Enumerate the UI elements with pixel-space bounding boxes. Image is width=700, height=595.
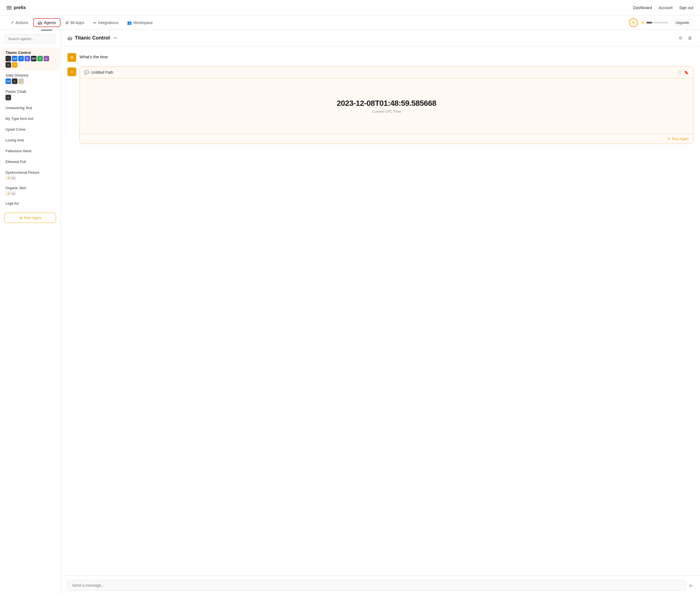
agent-item-ethereal-pull[interactable]: Ethereal Pull xyxy=(1,157,59,168)
robot-icon: 🤖 xyxy=(37,21,42,25)
new-agent-button[interactable]: ⊕ New Agent xyxy=(4,213,56,223)
bolt-icon: ⚡ xyxy=(641,21,645,25)
nav-right-group: ↻ ⚡ Upgrade xyxy=(629,18,693,27)
nav-item-apps[interactable]: ⊞ 98 Apps xyxy=(62,19,88,27)
nav-item-workspace[interactable]: 👥 Workspace xyxy=(123,19,157,27)
bolt-area: ⚡ xyxy=(641,21,669,25)
edit-agent-button[interactable]: ✏ xyxy=(113,34,118,42)
agent-item-organic-skirt[interactable]: Organic Skirt ⚡ +1 xyxy=(1,183,59,199)
run-again-label: Run Again xyxy=(672,137,689,141)
agent-title-robot-icon: 🤖 xyxy=(67,36,72,40)
purple-icon: ● xyxy=(44,56,49,61)
nav-label-agents: Agents xyxy=(44,21,56,25)
agent-item-fallacious-hand[interactable]: Fallacious Hand xyxy=(1,146,59,157)
path-title: Untitled Path xyxy=(91,70,113,75)
search-agents-input[interactable] xyxy=(4,34,56,44)
send-button[interactable]: ▶ xyxy=(690,582,693,588)
send-icon: ▶ xyxy=(690,583,693,588)
dark-icon: ≡ xyxy=(12,79,18,84)
timestamp-value: 2023-12-08T01:48:59.585668 xyxy=(337,99,437,108)
agent-icon-row: ≡ xyxy=(5,95,55,100)
new-agent-label: New Agent xyxy=(24,216,41,220)
user-message-row: SI What's the time xyxy=(67,53,693,62)
main-layout: Titanic Control 📞 Cal f D GH S ● ≡ ⚡ Sal… xyxy=(0,30,700,595)
user-avatar-circle[interactable]: ↻ xyxy=(629,18,638,27)
top-nav: prefix Dashboard Account Sign out xyxy=(0,0,700,16)
settings-button[interactable]: ⚙ xyxy=(677,34,683,42)
chat-area: SI What's the time ≡ 💬 Untitled Path ⏱ xyxy=(61,47,700,575)
agent-item-my-typeform-bot[interactable]: My Type form bot xyxy=(1,114,59,124)
response-card-header-left: 💬 Untitled Path xyxy=(84,70,113,75)
agent-header-left: 🤖 Titanic Control ✏ xyxy=(67,34,118,42)
gear-icon: ⚙ xyxy=(678,36,682,40)
bolt-small-icon: ⚡ xyxy=(7,176,11,180)
actions-icon xyxy=(10,21,14,25)
agent-header-right: ⚙ 🗑 xyxy=(677,34,693,42)
response-card-body: 2023-12-08T01:48:59.585668 Current UTC T… xyxy=(80,79,693,134)
phone-icon: 📞 xyxy=(5,56,11,61)
agent-name: Organic Skirt xyxy=(5,186,55,190)
hamburger-icon[interactable] xyxy=(7,6,11,9)
response-section: ≡ 💬 Untitled Path ⏱ 🔖 2023- xyxy=(67,66,693,144)
workspace-icon: 👥 xyxy=(127,21,132,25)
agent-item-upset-crime[interactable]: Upset Crime xyxy=(1,124,59,135)
message-input[interactable] xyxy=(67,580,686,591)
agent-item-dysfunctional-picture[interactable]: Dysfunctional Picture ⚡ +1 xyxy=(1,168,59,183)
response-agent-icon: ≡ xyxy=(67,67,76,76)
nav-label-integrations: Integrations xyxy=(98,21,118,25)
agent-icon-row: ⚡ +1 xyxy=(5,176,55,180)
cal-icon: Cal xyxy=(5,79,11,84)
app-name: prefix xyxy=(14,5,26,10)
agent-name: Legit Art xyxy=(5,201,55,205)
sidebar: Titanic Control 📞 Cal f D GH S ● ≡ ⚡ Sal… xyxy=(0,30,61,595)
upgrade-button[interactable]: Upgrade xyxy=(671,19,693,26)
plus-circle-icon: ⊕ xyxy=(19,216,22,220)
response-card-footer: ↻ Run Again xyxy=(80,134,693,144)
agent-name: Titanic Control xyxy=(5,51,55,55)
nav-label-workspace: Workspace xyxy=(134,21,153,25)
refresh-icon: ↻ xyxy=(667,137,670,141)
input-area: ▶ xyxy=(61,575,700,595)
response-card: 💬 Untitled Path ⏱ 🔖 2023-12-08T01:48:59.… xyxy=(80,66,693,144)
user-message-avatar: SI xyxy=(67,53,76,62)
agent-item-loving-ants[interactable]: Loving Ants xyxy=(1,135,59,146)
account-link[interactable]: Account xyxy=(659,5,673,10)
cal-icon: Cal xyxy=(12,56,18,61)
plus-badge: ⚡ +1 xyxy=(5,191,16,196)
history-icon[interactable]: ⏱ xyxy=(677,70,682,75)
bolt-small-icon: ⚡ xyxy=(7,192,11,195)
secondary-nav: Actions 🤖 Agents ⊞ 98 Apps ⇌ Integration… xyxy=(0,16,700,30)
top-nav-right: Dashboard Account Sign out xyxy=(633,5,693,10)
bolt-gray-icon: ⚡ xyxy=(18,79,24,84)
agent-name: My Type form bot xyxy=(5,117,55,121)
app-logo[interactable]: prefix xyxy=(7,5,26,10)
chat-path-icon: 💬 xyxy=(84,70,89,75)
grid-icon: ⊞ xyxy=(65,21,69,25)
bookmark-icon[interactable]: 🔖 xyxy=(684,70,689,75)
fb-icon: f xyxy=(18,56,24,61)
discord-icon: D xyxy=(25,56,30,61)
nav-item-integrations[interactable]: ⇌ Integrations xyxy=(89,19,122,27)
agent-item-plastic-chalk[interactable]: Plastic Chalk ≡ xyxy=(1,87,59,103)
nav-item-actions[interactable]: Actions xyxy=(7,19,32,27)
signout-link[interactable]: Sign out xyxy=(679,5,693,10)
agent-name: Loving Ants xyxy=(5,138,55,142)
agent-item-salty-distance[interactable]: Salty Distance Cal ≡ ⚡ xyxy=(1,70,59,87)
agent-name: Ethereal Pull xyxy=(5,160,55,164)
agent-icon-row: ⚡ +1 xyxy=(5,191,55,196)
delete-agent-button[interactable]: 🗑 xyxy=(687,34,693,42)
agent-item-titanic-control[interactable]: Titanic Control 📞 Cal f D GH S ● ≡ ⚡ xyxy=(1,48,59,70)
gh-icon: GH xyxy=(31,56,36,61)
agent-title: Titanic Control xyxy=(75,35,110,41)
agent-name: Plastic Chalk xyxy=(5,89,55,94)
nav-item-agents[interactable]: 🤖 Agents xyxy=(33,18,60,27)
agent-name: Upset Crime xyxy=(5,128,55,132)
integration-icon: ⇌ xyxy=(93,21,96,25)
bolt-badge-icon: ⚡ xyxy=(12,62,18,68)
dashboard-link[interactable]: Dashboard xyxy=(633,5,652,10)
run-again-button[interactable]: ↻ Run Again xyxy=(667,137,689,141)
lines-icon: ≡ xyxy=(71,69,73,74)
agent-item-legit-art[interactable]: Legit Art xyxy=(1,199,59,209)
nav-label-apps: 98 Apps xyxy=(71,21,85,25)
agent-item-unwavering-test[interactable]: Unwavering Test xyxy=(1,103,59,114)
